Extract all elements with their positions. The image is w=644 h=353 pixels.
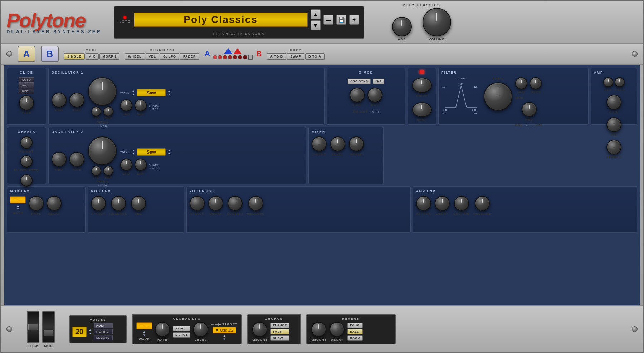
- glfo-wave-down[interactable]: ▼: [143, 334, 146, 337]
- amp-vel-knob[interactable]: [606, 117, 621, 132]
- osc2-shape-env-knob[interactable]: [135, 159, 147, 171]
- mod-env-release-knob[interactable]: [111, 196, 126, 211]
- amp-gain-knob[interactable]: [606, 95, 621, 110]
- filter-env-release-knob[interactable]: [248, 196, 263, 211]
- chorus-amount-knob[interactable]: [252, 322, 267, 337]
- drive-led[interactable]: [419, 70, 424, 74]
- patch-save-btn[interactable]: 💾: [336, 15, 346, 25]
- mode-mix-btn[interactable]: MIX: [86, 53, 99, 60]
- osc1-shape-lfo-knob[interactable]: [120, 99, 132, 111]
- global-lfo-level-knob[interactable]: [193, 322, 208, 337]
- mix-wheel-btn[interactable]: WHEEL: [125, 53, 145, 60]
- mod-lfo-rate-knob[interactable]: [29, 196, 44, 211]
- osc2-shape-lfo-knob[interactable]: [120, 159, 132, 171]
- osc1-pitch-lfo-knob[interactable]: [91, 106, 101, 116]
- osc1-pitch-knob[interactable]: [88, 77, 117, 106]
- filter-osc2-knob[interactable]: [530, 77, 542, 89]
- xmod-env-knob[interactable]: [367, 88, 382, 103]
- filter-env-attack-knob[interactable]: [190, 196, 205, 211]
- mod-lfo-delay-knob[interactable]: [47, 196, 62, 211]
- osc1-wave-down[interactable]: ▼: [132, 93, 135, 96]
- mode-single-btn[interactable]: SINGLE: [64, 53, 85, 60]
- patch-window-btn[interactable]: ▬: [323, 15, 333, 25]
- drive-knob[interactable]: [412, 78, 432, 93]
- xmod-lfo-knob[interactable]: [350, 88, 365, 103]
- amp-spread-knob[interactable]: [606, 140, 621, 155]
- glide-off-btn[interactable]: OFF: [19, 89, 35, 94]
- patch-menu-btn[interactable]: ✦: [349, 15, 359, 25]
- osc2-kbd-knob[interactable]: [52, 152, 67, 167]
- copy-btoa-btn[interactable]: B TO A: [305, 53, 325, 60]
- global-lfo-oneshot-btn[interactable]: 1 SHOT: [173, 332, 190, 338]
- osc2-pitch-env-knob[interactable]: [103, 166, 113, 176]
- filter-lfo-knob[interactable]: [515, 77, 527, 89]
- mod-env-attack-knob[interactable]: [91, 196, 106, 211]
- osc1-wave-up2[interactable]: ▲: [168, 89, 171, 93]
- wheels-filter-knob[interactable]: [20, 155, 33, 168]
- reverb-decay-knob[interactable]: [330, 322, 345, 337]
- mode-morph-btn[interactable]: MORPH: [99, 53, 120, 60]
- age-knob[interactable]: [392, 17, 412, 36]
- global-lfo-rate-knob[interactable]: [155, 322, 170, 337]
- volume-knob[interactable]: [423, 8, 451, 36]
- voices-retrig-btn[interactable]: RETRIG: [94, 329, 113, 334]
- glide-time-knob[interactable]: [19, 95, 34, 110]
- osc1-shape-env-knob[interactable]: [135, 99, 147, 111]
- voices-up[interactable]: ▲: [89, 328, 92, 332]
- voices-poly-btn[interactable]: POLY: [94, 323, 113, 328]
- target-down[interactable]: ▼: [223, 338, 226, 341]
- amp-env-sustain-knob[interactable]: [454, 196, 469, 211]
- reverb-room-btn[interactable]: ROOM: [347, 335, 363, 341]
- patch-up-btn[interactable]: ▲: [311, 9, 321, 19]
- target-up[interactable]: ▲: [223, 334, 226, 337]
- reverb-amount-knob[interactable]: [311, 322, 326, 337]
- mod-strip[interactable]: [42, 311, 55, 343]
- osc-sync-btn[interactable]: OSC SYNC: [348, 79, 371, 84]
- osc2-fine-knob[interactable]: [69, 152, 84, 167]
- osc1-wave-up[interactable]: ▲: [132, 89, 135, 93]
- filter-freq-knob[interactable]: [484, 82, 512, 111]
- amp-env-decay-knob[interactable]: [435, 196, 450, 211]
- chorus-flange-btn[interactable]: FLANGE: [270, 323, 289, 328]
- amp-env-attack-knob[interactable]: [416, 196, 431, 211]
- osc2-pitch-knob[interactable]: [88, 136, 117, 165]
- reverb-echo-btn[interactable]: ECHO: [347, 323, 363, 328]
- wheels-fm-knob[interactable]: [20, 136, 33, 149]
- mix-glfo-btn[interactable]: G. LFO: [160, 53, 179, 60]
- osc1-pitch-env-knob[interactable]: [103, 106, 113, 116]
- amp-lfo-knob[interactable]: [603, 77, 613, 87]
- lfo-wave-down[interactable]: ▼: [16, 208, 19, 211]
- layer-b-button[interactable]: B: [41, 46, 59, 62]
- global-lfo-wave-display[interactable]: [136, 322, 152, 329]
- voices-down[interactable]: ▼: [89, 332, 92, 335]
- pitch-strip[interactable]: [27, 311, 39, 343]
- amp-osc2-knob[interactable]: [615, 77, 625, 87]
- osc1-fine-knob[interactable]: [69, 93, 84, 108]
- osc2-pitch-lfo-knob[interactable]: [91, 166, 101, 176]
- mixer-noise-knob[interactable]: [349, 136, 364, 151]
- ab-slider[interactable]: [213, 55, 253, 60]
- voices-legato-btn[interactable]: LEGATO: [94, 335, 113, 340]
- patch-down-btn[interactable]: ▼: [311, 20, 321, 30]
- osc1-wave-down2[interactable]: ▼: [168, 93, 171, 96]
- copy-atob-btn[interactable]: A TO B: [267, 53, 286, 60]
- glide-on-btn[interactable]: ON: [19, 83, 35, 88]
- osc2-wave-display[interactable]: Saw: [137, 148, 166, 156]
- chorus-fast-btn[interactable]: FAST: [270, 329, 289, 334]
- mod-strip-handle[interactable]: [44, 330, 54, 336]
- xmod-dir-btn[interactable]: 2▶1: [373, 79, 384, 84]
- glide-auto-btn[interactable]: AUTO: [19, 77, 35, 83]
- filter-kbd-knob[interactable]: [522, 102, 537, 117]
- mix-vel-btn[interactable]: VEL: [146, 53, 160, 60]
- osc1-wave-display[interactable]: Saw: [137, 89, 166, 96]
- ab-slider-handle[interactable]: [248, 55, 253, 60]
- filter-env-sustain-knob[interactable]: [228, 196, 243, 211]
- global-lfo-target-display[interactable]: ▼ Osc 1:2: [213, 327, 236, 333]
- mod-env-vel-knob[interactable]: [131, 196, 146, 211]
- mod-lfo-wave-display[interactable]: [10, 196, 26, 203]
- mix-fader-btn[interactable]: FADER: [180, 53, 199, 60]
- amp-env-release-knob[interactable]: [475, 196, 490, 211]
- mixer-mix-knob[interactable]: [312, 136, 327, 151]
- layer-a-button[interactable]: A: [18, 46, 35, 62]
- filter-env-decay-knob[interactable]: [208, 196, 223, 211]
